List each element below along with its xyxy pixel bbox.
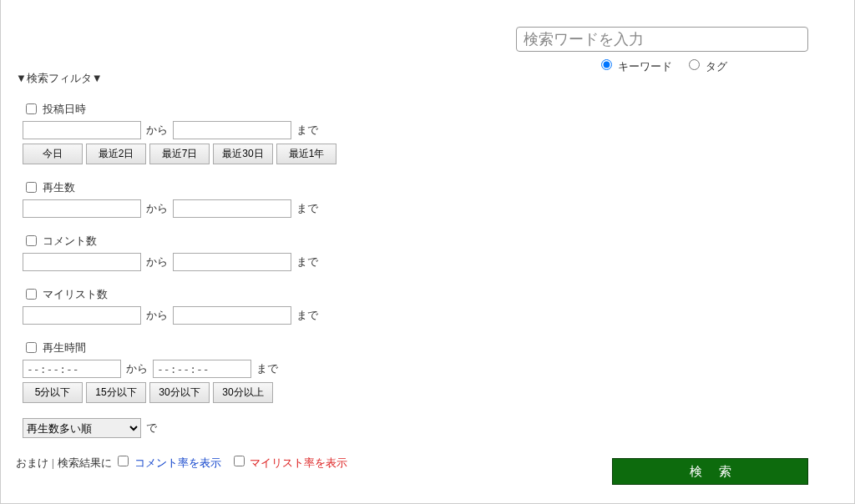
quick-2days[interactable]: 最近2日 bbox=[86, 144, 146, 164]
comments-from[interactable] bbox=[23, 253, 141, 271]
plays-from[interactable] bbox=[23, 199, 141, 218]
duration-to[interactable] bbox=[153, 360, 251, 378]
chk-post-date[interactable] bbox=[26, 103, 37, 114]
chk-mylist-rate[interactable] bbox=[234, 456, 245, 466]
group-sort: 再生数多い順 で bbox=[23, 418, 839, 438]
plays-to[interactable] bbox=[173, 199, 291, 218]
label-plays: 再生数 bbox=[43, 180, 75, 195]
chk-duration[interactable] bbox=[26, 342, 37, 353]
chk-plays[interactable] bbox=[26, 182, 37, 193]
group-comments: コメント数 から まで bbox=[23, 233, 839, 271]
radio-keyword-label[interactable]: キーワード bbox=[597, 60, 675, 73]
group-post-date: 投稿日時 から まで 今日 最近2日 最近7日 最近30日 最近1年 bbox=[23, 101, 839, 164]
radio-keyword-text: キーワード bbox=[618, 60, 672, 73]
chk-mylists[interactable] bbox=[26, 289, 37, 300]
label-comment-rate: コメント率を表示 bbox=[134, 456, 221, 469]
from-text: から bbox=[146, 255, 168, 270]
group-mylists: マイリスト数 から まで bbox=[23, 286, 839, 325]
duration-quick-row: 5分以下 15分以下 30分以下 30分以上 bbox=[23, 382, 839, 403]
label-comments: コメント数 bbox=[43, 234, 97, 249]
chk-comment-rate[interactable] bbox=[118, 456, 129, 466]
search-mode-row: キーワード タグ bbox=[516, 57, 808, 74]
label-mylists: マイリスト数 bbox=[43, 287, 108, 302]
search-panel: キーワード タグ ▼検索フィルタ▼ 投稿日時 から まで 今日 最 bbox=[0, 0, 855, 504]
from-text: から bbox=[146, 123, 168, 138]
search-input[interactable] bbox=[516, 27, 808, 52]
quick-30min[interactable]: 30分以下 bbox=[149, 382, 210, 403]
quick-7days[interactable]: 最近7日 bbox=[149, 144, 210, 164]
quick-30plus[interactable]: 30分以上 bbox=[213, 382, 273, 403]
to-text: まで bbox=[296, 308, 318, 323]
comments-to[interactable] bbox=[173, 253, 291, 271]
quick-5min[interactable]: 5分以下 bbox=[23, 382, 83, 403]
label-post-date: 投稿日時 bbox=[43, 102, 86, 117]
from-text: から bbox=[146, 201, 168, 216]
quick-1year[interactable]: 最近1年 bbox=[276, 144, 336, 164]
to-text: まで bbox=[296, 123, 318, 138]
post-date-from[interactable] bbox=[23, 121, 141, 139]
radio-keyword[interactable] bbox=[601, 59, 612, 70]
search-top: キーワード タグ bbox=[516, 27, 808, 74]
to-text: まで bbox=[296, 255, 318, 270]
search-button[interactable]: 検索 bbox=[612, 458, 808, 485]
label-mylist-rate: マイリスト率を表示 bbox=[250, 456, 347, 469]
duration-from[interactable] bbox=[23, 360, 121, 378]
mylists-from[interactable] bbox=[23, 306, 141, 325]
group-duration: 再生時間 から まで 5分以下 15分以下 30分以下 30分以上 bbox=[23, 340, 839, 403]
to-text: まで bbox=[296, 201, 318, 216]
extra-prefix: おまけ bbox=[16, 456, 48, 469]
quick-today[interactable]: 今日 bbox=[23, 144, 83, 164]
quick-30days[interactable]: 最近30日 bbox=[213, 144, 273, 164]
extra-results-in: 検索結果に bbox=[58, 456, 112, 469]
from-text: から bbox=[146, 308, 168, 323]
sort-suffix: で bbox=[146, 421, 157, 436]
chk-comments[interactable] bbox=[26, 235, 37, 246]
post-date-to[interactable] bbox=[173, 121, 291, 139]
mylists-to[interactable] bbox=[173, 306, 291, 325]
radio-tag-text: タグ bbox=[706, 60, 727, 73]
quick-15min[interactable]: 15分以下 bbox=[86, 382, 146, 403]
radio-tag-label[interactable]: タグ bbox=[685, 60, 727, 73]
extra-divider: | bbox=[52, 456, 54, 469]
post-date-quick-row: 今日 最近2日 最近7日 最近30日 最近1年 bbox=[23, 144, 839, 164]
sort-select[interactable]: 再生数多い順 bbox=[23, 418, 141, 438]
radio-tag[interactable] bbox=[689, 59, 700, 70]
group-plays: 再生数 から まで bbox=[23, 179, 839, 218]
from-text: から bbox=[126, 361, 148, 376]
filter-section: ▼検索フィルタ▼ 投稿日時 から まで 今日 最近2日 最近7日 最近30日 最… bbox=[16, 71, 839, 471]
to-text: まで bbox=[256, 361, 278, 376]
label-duration: 再生時間 bbox=[43, 340, 86, 355]
